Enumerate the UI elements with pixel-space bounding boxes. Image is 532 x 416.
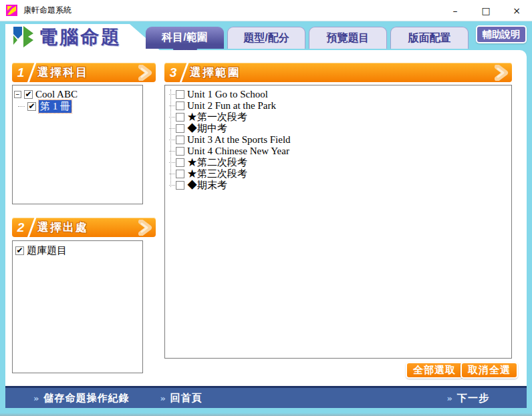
tab-preview[interactable]: 預覽題目 (309, 27, 387, 49)
help-button[interactable]: 輔助說明 (476, 25, 527, 43)
tree-connector (169, 94, 175, 95)
tree-connector (169, 151, 175, 152)
unit3-checkbox[interactable] (176, 136, 184, 144)
home-link[interactable]: » 回首頁 (160, 392, 202, 405)
tree-row-root: − ✔ Cool ABC (14, 88, 141, 100)
section1-banner: 1 選擇科目 (12, 63, 156, 82)
range-row-exam2: ★第二次段考 (169, 157, 511, 168)
midterm-label[interactable]: ◆期中考 (187, 122, 227, 135)
range-row-exam1: ★第一次段考 (169, 112, 511, 123)
section2-banner: 2 選擇出處 (12, 218, 156, 237)
unit2-checkbox[interactable] (176, 101, 184, 110)
range-list: Unit 1 Go to School Unit 2 Fun at the Pa… (165, 85, 511, 191)
section1-number: 1 (12, 65, 29, 80)
range-row-midterm: ◆期中考 (169, 123, 511, 134)
range-row-unit4: Unit 4 Chinese New Year (169, 146, 511, 157)
deselect-all-label: 取消全選 (468, 364, 511, 377)
range-list-box: Unit 1 Go to School Unit 2 Fun at the Pa… (164, 85, 512, 359)
section2-number: 2 (12, 220, 29, 235)
exam1-checkbox[interactable] (176, 113, 184, 122)
tree-connector (169, 174, 175, 174)
unit1-label[interactable]: Unit 1 Go to School (187, 89, 268, 100)
content-panel: 1 選擇科目 − ✔ Cool ABC ✔ 第 1 冊 (5, 50, 527, 386)
volume1-checkbox[interactable]: ✔ (27, 102, 36, 111)
help-button-label: 輔助說明 (483, 29, 520, 41)
arrow-right-icon (138, 65, 153, 81)
maximize-button[interactable]: □ (471, 0, 501, 21)
page-title: 電腦命題 (39, 25, 122, 50)
subject-root-checkbox[interactable]: ✔ (24, 90, 33, 99)
select-all-label: 全部選取 (413, 364, 456, 377)
subject-root-label[interactable]: Cool ABC (35, 89, 78, 100)
chevron-right-icon: » (33, 393, 39, 403)
tab-label: 版面配置 (408, 31, 451, 45)
arrow-right-icon (495, 65, 509, 81)
tree-connector (169, 128, 175, 129)
select-all-button[interactable]: 全部選取 (406, 362, 463, 379)
unit4-checkbox[interactable] (176, 147, 184, 156)
section3-title: 選擇範圍 (190, 65, 241, 80)
home-label: 回首頁 (170, 392, 203, 405)
next-step-label: 下一步 (457, 392, 489, 405)
unit4-label[interactable]: Unit 4 Chinese New Year (187, 146, 289, 157)
minimize-button[interactable]: – (440, 0, 471, 21)
exam3-checkbox[interactable] (176, 170, 184, 178)
final-checkbox[interactable] (176, 181, 184, 190)
arrow-right-icon (138, 220, 153, 236)
source-row: ✔ 題庫題目 (15, 244, 140, 256)
unit2-label[interactable]: Unit 2 Fun at the Park (187, 100, 276, 112)
range-row-unit1: Unit 1 Go to School (169, 89, 511, 100)
next-step-link[interactable]: » 下一步 (447, 392, 489, 405)
app-logo-icon (6, 5, 17, 16)
chevron-right-icon: » (160, 393, 166, 403)
section1-title: 選擇科目 (37, 65, 88, 80)
volume1-label-selected[interactable]: 第 1 冊 (39, 100, 72, 113)
tree-connector (18, 106, 25, 107)
section2-title: 選擇出處 (37, 220, 88, 235)
kangxuan-k-icon (13, 26, 33, 50)
range-row-exam3: ★第三次段考 (169, 168, 511, 180)
tree-connector (169, 106, 175, 106)
logo-area: 電腦命題 (5, 24, 160, 51)
section3-banner: 3 選擇範圍 (164, 63, 512, 82)
tab-bar: 科目/範圍 » 題型/配分 預覽題目 版面配置 (146, 27, 469, 49)
final-label[interactable]: ◆期末考 (187, 179, 227, 192)
tree-connector (169, 185, 175, 186)
subject-tree-box: − ✔ Cool ABC ✔ 第 1 冊 (12, 85, 143, 204)
save-record-link[interactable]: » 儲存命題操作紀錄 (33, 392, 129, 405)
tab-layout[interactable]: 版面配置 (390, 27, 469, 49)
window-title: 康軒命題系統 (23, 5, 72, 16)
exam2-checkbox[interactable] (176, 158, 184, 167)
tree-row-child: ✔ 第 1 冊 (14, 100, 141, 112)
deselect-all-button[interactable]: 取消全選 (460, 362, 518, 379)
tab-question-type[interactable]: 題型/配分 (227, 27, 305, 49)
window-bottom-edge (0, 408, 532, 416)
range-row-unit3: Unit 3 At the Sports Field (169, 134, 511, 146)
range-row-unit2: Unit 2 Fun at the Park (169, 100, 511, 112)
tab-subject-range[interactable]: 科目/範圍 » (146, 27, 224, 49)
tab-label: 科目/範圍 (162, 31, 207, 45)
tab-label: 題型/配分 (243, 31, 289, 45)
unit1-checkbox[interactable] (176, 90, 184, 99)
tree-connector (169, 117, 175, 118)
chevron-right-icon: » (447, 393, 453, 403)
tab-label: 預覽題目 (327, 31, 370, 45)
tree-collapse-icon[interactable]: − (14, 91, 21, 98)
title-bar: 康軒命題系統 – □ × (0, 0, 532, 21)
footer-bar: » 儲存命題操作紀錄 » 回首頁 » 下一步 (5, 386, 527, 408)
bank-questions-checkbox[interactable]: ✔ (15, 246, 24, 255)
range-row-final: ◆期末考 (169, 180, 511, 191)
save-record-label: 儲存命題操作紀錄 (43, 392, 129, 405)
app-window: { "window": { "title": "康軒命題系統", "contro… (0, 0, 532, 416)
bank-questions-label[interactable]: 題庫題目 (27, 244, 67, 257)
tree-connector (169, 140, 175, 140)
window-controls: – □ × (440, 0, 532, 21)
tree-connector (169, 162, 175, 163)
section3-number: 3 (164, 65, 182, 80)
unit3-label[interactable]: Unit 3 At the Sports Field (187, 134, 291, 146)
midterm-checkbox[interactable] (176, 124, 184, 133)
close-button[interactable]: × (501, 0, 532, 21)
source-list-box: ✔ 題庫題目 (12, 240, 143, 373)
